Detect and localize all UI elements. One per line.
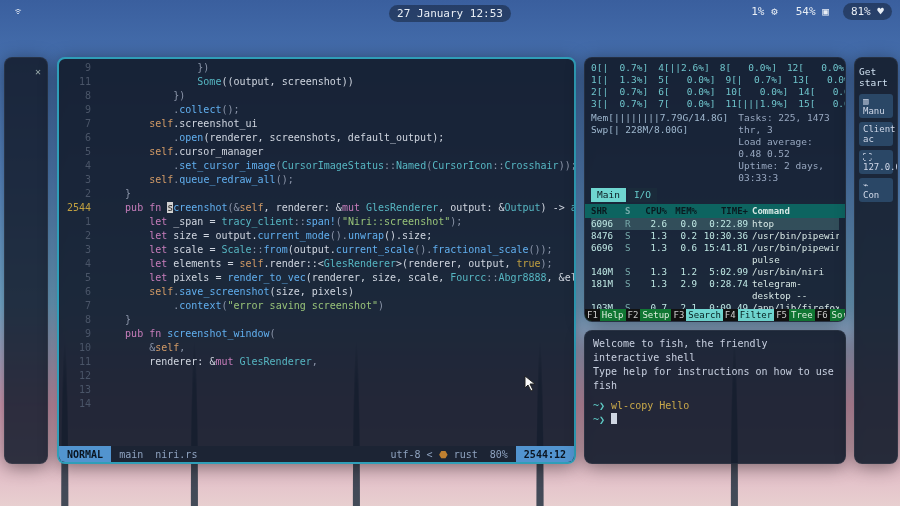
- code-line[interactable]: self.queue_redraw_all();: [101, 173, 570, 187]
- code-line[interactable]: }: [101, 313, 570, 327]
- left-window-stub: ✕: [4, 57, 48, 464]
- code-line[interactable]: .set_cursor_image(CursorImageStatus::Nam…: [101, 159, 570, 173]
- line-number: 7: [59, 299, 91, 313]
- fkey[interactable]: F5Tree: [774, 309, 815, 321]
- code-area[interactable]: }) Some((output, screenshot)) }) .collec…: [101, 61, 570, 369]
- code-line[interactable]: pub fn screenshot_window(: [101, 327, 570, 341]
- line-number: 1: [59, 215, 91, 229]
- line-number: 4: [59, 257, 91, 271]
- line-number: 6: [59, 285, 91, 299]
- right-panel-button[interactable]: Client ac: [859, 122, 893, 146]
- right-panel-button[interactable]: ⛶ 127.0.0.: [859, 150, 893, 174]
- fkey[interactable]: F6SortBy: [815, 309, 846, 321]
- code-line[interactable]: self.save_screenshot(size, pixels): [101, 285, 570, 299]
- htop-window[interactable]: 0[| 0.7%]4[||2.6%]8[ 0.0%]12[ 0.0%]1[| 1…: [584, 57, 846, 322]
- line-number: 8: [59, 89, 91, 103]
- process-list[interactable]: 6096R2.60.00:22.89htop8476S1.30.210:30.3…: [591, 218, 839, 322]
- proc-header[interactable]: SHR S CPU% MEM% TIME+ Command: [585, 204, 845, 218]
- file-lang: rust: [454, 449, 478, 460]
- right-panel-button[interactable]: ▥ Manu: [859, 94, 893, 118]
- close-icon[interactable]: ✕: [35, 66, 41, 77]
- code-line[interactable]: }): [101, 89, 570, 103]
- mouse-cursor-icon: [524, 375, 538, 393]
- htop-tab[interactable]: I/O: [628, 188, 657, 202]
- mem-meter: Mem[||||||||7.79G/14.8G]: [591, 112, 728, 124]
- line-number: 5: [59, 145, 91, 159]
- process-row[interactable]: 181MS1.32.90:28.74telegram-desktop --: [591, 278, 839, 302]
- terminal-cursor: [611, 413, 617, 424]
- code-line[interactable]: let pixels = render_to_vec(renderer, siz…: [101, 271, 570, 285]
- tasks-count: Tasks: 225, 1473 thr, 3: [738, 112, 839, 136]
- editor-statusbar: NORMAL main niri.rs utf-8 < ⬣ rust 80% 2…: [59, 446, 574, 462]
- clock[interactable]: 27 January 12:53: [389, 5, 511, 22]
- line-number: 4: [59, 159, 91, 173]
- cpu-meters: 0[| 0.7%]4[||2.6%]8[ 0.0%]12[ 0.0%]1[| 1…: [591, 62, 839, 110]
- right-panel-button[interactable]: ⌁ Con: [859, 178, 893, 202]
- right-panel-heading: Get start: [859, 66, 893, 88]
- htop-tabs[interactable]: MainI/O: [591, 188, 839, 202]
- encoding: utf-8: [390, 449, 420, 460]
- line-number: 2544: [59, 201, 91, 215]
- code-line[interactable]: .context("error saving screenshot"): [101, 299, 570, 313]
- line-number: 7: [59, 117, 91, 131]
- code-line[interactable]: let _span = tracy_client::span!("Niri::s…: [101, 215, 570, 229]
- prompt-line-2[interactable]: ~❯: [593, 413, 837, 427]
- fkey[interactable]: F3Search: [671, 309, 722, 321]
- code-line[interactable]: renderer: &mut GlesRenderer,: [101, 355, 570, 369]
- line-number: 9: [59, 103, 91, 117]
- code-line[interactable]: .collect();: [101, 103, 570, 117]
- terminal-window[interactable]: Welcome to fish, the friendly interactiv…: [584, 330, 846, 464]
- code-line[interactable]: &self,: [101, 341, 570, 355]
- cpu-meter-row: 2[| 0.7%]6[ 0.0%]10[ 0.0%]14[ 0.0%]: [591, 86, 839, 98]
- line-number: 5: [59, 271, 91, 285]
- fish-greeting-2: Type help for instructions on how to use…: [593, 365, 837, 393]
- line-number: 3: [59, 173, 91, 187]
- swap-meter: Swp[| 228M/8.00G]: [591, 124, 728, 136]
- line-number: 14: [59, 397, 91, 411]
- code-line[interactable]: Some((output, screenshot)): [101, 75, 570, 89]
- prompt-line-1: ~❯ wl-copy Hello: [593, 399, 837, 413]
- code-line[interactable]: let size = output.current_mode().unwrap(…: [101, 229, 570, 243]
- battery-1: 54% ▣: [792, 3, 833, 20]
- code-line[interactable]: let scale = Scale::from(output.current_s…: [101, 243, 570, 257]
- cpu-meter-row: 3[| 0.7%]7[ 0.0%]11[|||1.9%]15[ 0.0%]: [591, 98, 839, 110]
- process-row[interactable]: 6096R2.60.00:22.89htop: [591, 218, 839, 230]
- line-number: 8: [59, 313, 91, 327]
- line-number: 13: [59, 383, 91, 397]
- line-gutter: 9118976543225441234567891011121314: [59, 61, 99, 411]
- cpu-meter-row: 0[| 0.7%]4[||2.6%]8[ 0.0%]12[ 0.0%]: [591, 62, 839, 74]
- line-number: 9: [59, 61, 91, 75]
- cpu-meter-row: 1[| 1.3%]5[ 0.0%]9[| 0.7%]13[ 0.0%]: [591, 74, 839, 86]
- process-row[interactable]: 6696S1.30.615:41.81/usr/bin/pipewire-pul…: [591, 242, 839, 266]
- line-number: 3: [59, 243, 91, 257]
- htop-tab[interactable]: Main: [591, 188, 626, 202]
- line-number: 6: [59, 131, 91, 145]
- code-line[interactable]: .open(renderer, screenshots, default_out…: [101, 131, 570, 145]
- code-line[interactable]: self.screenshot_ui: [101, 117, 570, 131]
- code-line[interactable]: }): [101, 61, 570, 75]
- file-name: niri.rs: [155, 449, 197, 460]
- fish-greeting-1: Welcome to fish, the friendly interactiv…: [593, 337, 837, 365]
- code-line[interactable]: }: [101, 187, 570, 201]
- editor-window[interactable]: 9118976543225441234567891011121314 }) So…: [57, 57, 576, 464]
- line-number: 10: [59, 341, 91, 355]
- code-line[interactable]: self.cursor_manager: [101, 145, 570, 159]
- process-row[interactable]: 8476S1.30.210:30.36/usr/bin/pipewire: [591, 230, 839, 242]
- lang-icon: ⬣: [439, 449, 448, 460]
- git-branch: main: [119, 449, 143, 460]
- battery-2: 81% ♥: [843, 3, 892, 20]
- line-number: 2: [59, 187, 91, 201]
- uptime: Uptime: 2 days, 03:33:3: [738, 160, 839, 184]
- htop-fkey-bar[interactable]: F1HelpF2SetupF3SearchF4FilterF5TreeF6Sor…: [585, 309, 845, 321]
- line-number: 12: [59, 369, 91, 383]
- code-line[interactable]: let elements = self.render::<GlesRendere…: [101, 257, 570, 271]
- cpu-usage: 1% ⚙: [747, 3, 782, 20]
- process-row[interactable]: 140MS1.31.25:02.99/usr/bin/niri: [591, 266, 839, 278]
- code-line[interactable]: pub fn screenshot(&self, renderer: &mut …: [101, 201, 570, 215]
- right-window-stub[interactable]: Get start ▥ ManuClient ac⛶ 127.0.0.⌁ Con: [854, 57, 898, 464]
- line-number: 11: [59, 355, 91, 369]
- topbar-right: 1% ⚙ 54% ▣ 81% ♥: [747, 3, 892, 20]
- fkey[interactable]: F4Filter: [723, 309, 774, 321]
- fkey[interactable]: F2Setup: [626, 309, 672, 321]
- fkey[interactable]: F1Help: [585, 309, 626, 321]
